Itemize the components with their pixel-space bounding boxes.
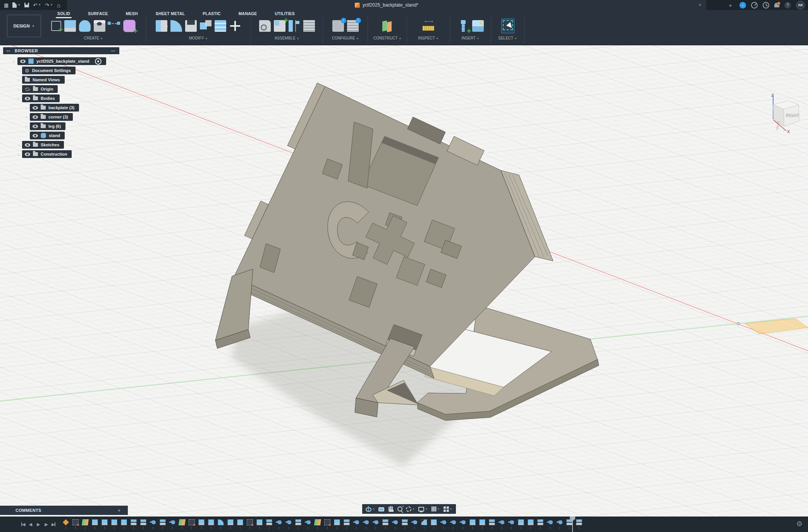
timeline-feature[interactable]: [324, 518, 330, 529]
move-feature-icon[interactable]: [169, 519, 175, 525]
skip-to-end-button[interactable]: ▶: [52, 522, 55, 527]
component-feature-icon[interactable]: [63, 519, 69, 525]
timeline-feature[interactable]: [237, 518, 243, 529]
home-icon[interactable]: ⌂: [57, 2, 60, 8]
timeline-feature[interactable]: [91, 518, 98, 529]
timeline-feature[interactable]: [256, 518, 263, 529]
timeline-feature[interactable]: [120, 518, 127, 529]
move-feature-icon[interactable]: [547, 519, 553, 525]
extrude-feature-icon[interactable]: [92, 519, 98, 525]
timeline-feature[interactable]: [285, 518, 292, 529]
thicken-feature-icon[interactable]: [382, 519, 389, 525]
timeline-feature[interactable]: [304, 518, 311, 529]
thicken-feature-icon[interactable]: [489, 519, 495, 525]
expand-node-icon[interactable]: »: [16, 68, 21, 73]
panel-label-modify[interactable]: MODIFY ▼: [189, 36, 208, 40]
visibility-eye-icon[interactable]: [20, 60, 26, 63]
extrude-feature-icon[interactable]: [469, 519, 476, 525]
timeline-feature[interactable]: [372, 518, 379, 529]
timeline-feature[interactable]: [266, 518, 272, 529]
configuration-icon[interactable]: [332, 20, 344, 32]
step-back-button[interactable]: ◀.: [29, 522, 33, 527]
browser-header[interactable]: ◂◂ BROWSER —: [3, 47, 119, 54]
timeline-feature[interactable]: [82, 518, 88, 529]
extrude-feature-icon[interactable]: [237, 519, 243, 525]
fillet-feature-icon[interactable]: [218, 519, 224, 525]
canvas-icon[interactable]: [472, 20, 484, 32]
visibility-eye-icon[interactable]: [33, 125, 38, 128]
view-cube[interactable]: Z FRONT RIGHT X: [771, 93, 799, 134]
extrude-feature-icon[interactable]: [208, 519, 214, 525]
timeline-feature[interactable]: [334, 518, 340, 529]
timeline-feature[interactable]: [275, 518, 282, 529]
tab-manage[interactable]: MANAGE: [239, 11, 257, 16]
timeline-feature[interactable]: [517, 518, 524, 529]
timeline-feature[interactable]: [150, 518, 156, 529]
timeline-feature[interactable]: [498, 518, 505, 529]
move-feature-icon[interactable]: [373, 519, 379, 525]
timeline-feature[interactable]: [382, 518, 389, 529]
timeline-feature[interactable]: [537, 518, 543, 529]
play-button[interactable]: ▶: [37, 522, 40, 527]
select-icon[interactable]: [503, 20, 513, 30]
move-feature-icon[interactable]: [499, 519, 505, 525]
app-grid-icon[interactable]: ▦: [4, 3, 9, 8]
extrude-feature-icon[interactable]: [431, 519, 437, 525]
plane-feature-icon[interactable]: [179, 519, 186, 525]
extrude-feature-icon[interactable]: [256, 519, 263, 525]
timeline-feature[interactable]: [208, 518, 214, 529]
visibility-eye-icon[interactable]: [25, 97, 30, 100]
revolve-icon[interactable]: [79, 20, 91, 32]
timeline-feature[interactable]: [130, 518, 137, 529]
timeline-feature[interactable]: [227, 518, 234, 529]
offset-icon[interactable]: [215, 20, 226, 32]
tree-item-document-settings[interactable]: ⚙Document Settings: [22, 67, 76, 74]
panel-label-create[interactable]: CREATE ▼: [84, 36, 103, 40]
thicken-feature-icon[interactable]: [537, 519, 543, 525]
tree-item-corner-3-[interactable]: corner (3): [30, 113, 73, 121]
timeline-feature[interactable]: [556, 518, 563, 529]
tab-surface[interactable]: SURFACE: [88, 11, 108, 16]
collapse-node-icon[interactable]: »: [12, 59, 16, 63]
timeline-feature[interactable]: [450, 518, 456, 529]
extrude-feature-icon[interactable]: [227, 519, 234, 525]
tree-item-construction[interactable]: Construction: [22, 150, 72, 158]
tab-sheet-metal[interactable]: SHEET METAL: [156, 11, 185, 16]
help-icon[interactable]: ?: [784, 2, 791, 9]
move-feature-icon[interactable]: [508, 519, 514, 525]
timeline-feature[interactable]: [353, 518, 359, 529]
hole-icon[interactable]: [94, 20, 105, 32]
chamfer-feature-icon[interactable]: [421, 519, 427, 525]
fillet-icon[interactable]: [170, 20, 182, 32]
thicken-feature-icon[interactable]: [266, 519, 272, 525]
timeline-feature[interactable]: [527, 518, 534, 529]
panel-label-assemble[interactable]: ASSEMBLE ▼: [275, 36, 299, 40]
notifications-icon[interactable]: [774, 3, 779, 7]
bom-icon[interactable]: [303, 20, 315, 32]
orbit-tool-icon[interactable]: ▼: [366, 506, 375, 512]
extrude-feature-icon[interactable]: [198, 519, 205, 525]
lookat-tool-icon[interactable]: [378, 506, 384, 511]
sketch-create-icon[interactable]: [51, 21, 61, 31]
timeline-feature[interactable]: [547, 518, 553, 529]
design-workspace-button[interactable]: DESIGN ▼: [7, 15, 41, 37]
thicken-feature-icon[interactable]: [576, 519, 582, 525]
timeline-feature[interactable]: [295, 518, 301, 529]
timeline-feature[interactable]: [217, 518, 224, 529]
grid-tool-icon[interactable]: ▼: [432, 506, 440, 511]
new-tab-button[interactable]: +: [729, 2, 732, 9]
thicken-feature-icon[interactable]: [140, 519, 146, 525]
timeline-feature[interactable]: [421, 518, 427, 529]
undo-icon[interactable]: ↶▼: [33, 3, 41, 8]
visibility-eye-off-icon[interactable]: [25, 88, 30, 91]
activate-component-icon[interactable]: [95, 58, 101, 65]
sketch-dim-icon[interactable]: [108, 23, 120, 32]
select-tool-active[interactable]: [501, 19, 514, 33]
comments-bar[interactable]: COMMENTS +: [0, 506, 128, 515]
plane-feature-icon[interactable]: [82, 519, 89, 525]
tree-item-yctf2025-backplate-stand[interactable]: yctf2025_backplate_stand: [17, 57, 106, 65]
tree-item-named-views[interactable]: Named Views: [22, 76, 65, 84]
extrude-feature-icon[interactable]: [334, 519, 340, 525]
recent-icon[interactable]: [763, 2, 769, 9]
save-icon[interactable]: [24, 3, 29, 7]
